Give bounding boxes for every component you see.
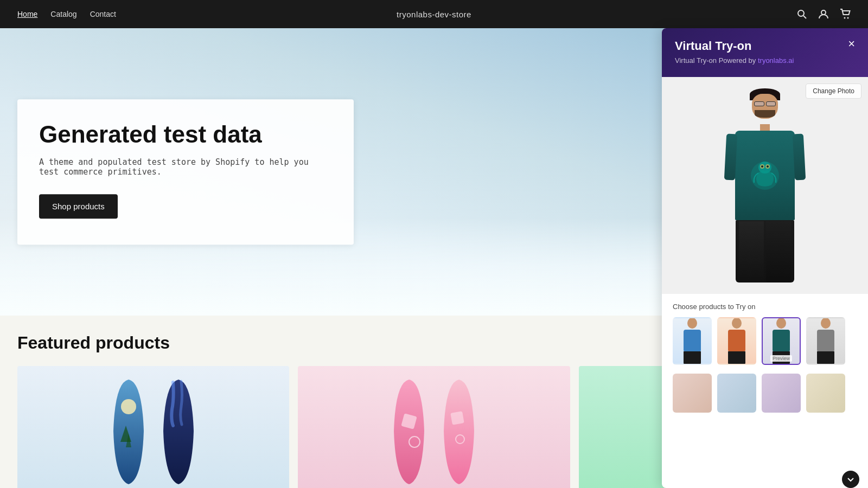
nav-icons xyxy=(796,9,851,20)
model-right-arm xyxy=(793,134,806,181)
board-svg-1a xyxy=(107,377,150,485)
user-icon xyxy=(818,9,829,20)
tryon-panel: Virtual Try-on Virtual Try-on Powered by… xyxy=(662,28,868,488)
board-svg-1b xyxy=(157,377,200,485)
tryon-preview-area: Change Photo xyxy=(662,77,868,294)
choose-products-label: Choose products to Try on xyxy=(673,303,857,311)
search-icon xyxy=(796,9,807,20)
thumb-figure-1 xyxy=(684,318,701,364)
tryon-subtitle-link[interactable]: tryonlabs.ai xyxy=(758,56,794,65)
navbar: Home Catalog Contact tryonlabs-dev-store xyxy=(0,0,868,28)
svg-point-0 xyxy=(798,10,804,16)
cart-button[interactable] xyxy=(840,9,851,20)
model-figure xyxy=(735,88,795,282)
board-container-1 xyxy=(96,366,211,488)
svg-point-30 xyxy=(761,165,763,168)
nav-link-catalog[interactable]: Catalog xyxy=(50,10,76,18)
more-thumb-4[interactable] xyxy=(806,374,845,413)
svg-point-31 xyxy=(767,165,769,168)
model-shirt xyxy=(735,131,795,220)
model-beard xyxy=(755,110,775,118)
nav-link-home[interactable]: Home xyxy=(17,10,37,18)
model-glasses xyxy=(754,101,776,106)
model-right-leg xyxy=(766,221,791,282)
model-left-leg xyxy=(739,221,764,282)
svg-line-1 xyxy=(803,16,806,18)
thumb-pants-1 xyxy=(684,351,701,364)
tryon-close-button[interactable]: × xyxy=(848,38,855,50)
product-thumb-2[interactable] xyxy=(717,317,756,365)
product-thumb-4[interactable] xyxy=(806,317,845,365)
board-svg-2b xyxy=(437,377,481,485)
nav-link-contact[interactable]: Contact xyxy=(90,10,116,18)
thumb-head-1 xyxy=(687,318,697,329)
nav-links: Home Catalog Contact xyxy=(17,10,116,18)
tryon-title: Virtual Try-on xyxy=(675,39,848,53)
tryon-expand-handle[interactable] xyxy=(842,471,859,488)
svg-point-20 xyxy=(121,399,136,414)
model-head xyxy=(750,88,780,124)
login-button[interactable] xyxy=(818,9,829,20)
more-thumbnails-row xyxy=(662,374,868,421)
tryon-header: Virtual Try-on Virtual Try-on Powered by… xyxy=(662,28,868,77)
product-thumb-3[interactable]: Preview xyxy=(762,317,801,365)
thumb-body-4 xyxy=(817,330,834,351)
tryon-subtitle: Virtual Try-on Powered by tryonlabs.ai xyxy=(675,56,848,65)
more-thumb-1[interactable] xyxy=(673,374,712,413)
model-torso-container xyxy=(735,131,795,220)
thumb-head-3 xyxy=(776,318,786,329)
svg-point-2 xyxy=(821,10,826,15)
model-neck xyxy=(760,124,770,131)
tryon-header-text: Virtual Try-on Virtual Try-on Powered by… xyxy=(675,39,848,65)
svg-rect-23 xyxy=(450,411,464,425)
thumb-body-2 xyxy=(728,330,745,351)
product-thumb-1[interactable] xyxy=(673,317,712,365)
thumb-figure-4 xyxy=(817,318,834,364)
choose-products-section: Choose products to Try on xyxy=(662,294,868,374)
hero-subtitle: A theme and populated test store by Shop… xyxy=(39,157,328,177)
thumb-head-4 xyxy=(821,318,831,329)
thumb-preview-label: Preview xyxy=(770,355,792,362)
board-container-2 xyxy=(376,366,492,488)
product-thumbnails: Preview xyxy=(673,317,857,365)
thumb-body-3 xyxy=(773,330,790,351)
model-face xyxy=(752,94,778,119)
brand-name: tryonlabs-dev-store xyxy=(397,10,471,19)
more-thumb-2[interactable] xyxy=(717,374,756,413)
thumb-figure-2 xyxy=(728,318,745,364)
hero-title: Generated test data xyxy=(39,121,328,149)
search-button[interactable] xyxy=(796,9,807,20)
thumb-body-1 xyxy=(684,330,701,351)
change-photo-button[interactable]: Change Photo xyxy=(806,84,861,99)
svg-point-4 xyxy=(847,17,849,19)
expand-icon xyxy=(847,476,854,483)
product-card-1[interactable] xyxy=(17,366,289,488)
svg-point-3 xyxy=(844,17,846,19)
owl-design-svg xyxy=(749,157,781,195)
thumb-head-2 xyxy=(732,318,742,329)
hero-card: Generated test data A theme and populate… xyxy=(17,99,354,245)
product-card-2[interactable] xyxy=(298,366,570,488)
thumb-pants-2 xyxy=(728,351,745,364)
thumb-pants-4 xyxy=(817,351,834,364)
board-svg-2a xyxy=(387,377,431,485)
more-thumb-3[interactable] xyxy=(762,374,801,413)
model-pants xyxy=(736,220,794,282)
shop-products-button[interactable]: Shop products xyxy=(39,194,118,219)
cart-icon xyxy=(840,9,851,20)
